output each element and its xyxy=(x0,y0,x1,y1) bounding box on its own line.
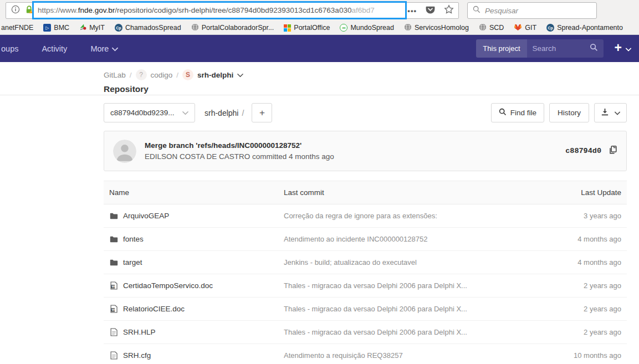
new-dropdown[interactable]: + xyxy=(615,43,631,54)
avatar xyxy=(113,140,136,163)
nav-item-activity[interactable]: Activity xyxy=(30,35,79,62)
file-name-link[interactable]: ArquivoGEAP xyxy=(123,212,169,220)
plus-icon: + xyxy=(615,42,622,54)
page-actions: ••• xyxy=(407,3,454,18)
commit-message-link[interactable]: Thales - migracao da versao Delphi 2006 … xyxy=(284,305,544,313)
folder-icon: W xyxy=(109,258,118,267)
globe-icon xyxy=(479,23,487,33)
nav-item-label: oups xyxy=(1,44,18,53)
bookmark-portaloffice[interactable]: PortalOffice xyxy=(279,21,335,34)
bookmarks-bar: anetFNDE ▷ BMC MyIT Cp ChamadosSpread Po… xyxy=(0,21,639,35)
header-name: Name xyxy=(104,188,284,197)
nav-item-more[interactable]: More xyxy=(79,35,130,62)
browser-search-input[interactable] xyxy=(485,7,591,15)
table-row: W ArquivoGEAP Correção da regra de ignor… xyxy=(104,204,627,228)
chevron-down-icon[interactable] xyxy=(237,71,243,79)
bookmark-label: BMC xyxy=(54,24,69,32)
file-name-link[interactable]: SRH.cfg xyxy=(123,351,151,360)
bookmark-portalcolaborador[interactable]: PortalColaboradorSpr... xyxy=(186,21,279,34)
bookmark-git[interactable]: GIT xyxy=(509,21,541,34)
bookmark-myit[interactable]: MyIT xyxy=(74,21,110,34)
table-row: W SRH.cfg Atendimento a requisição REQ38… xyxy=(104,344,627,364)
bookmark-chamadosspread[interactable]: Cp ChamadosSpread xyxy=(110,21,186,34)
this-project-button[interactable]: This project xyxy=(476,39,526,58)
add-to-tree-button[interactable]: + xyxy=(252,103,272,122)
svg-text:W: W xyxy=(111,285,115,288)
commit-meta: EDILSON COSTA DE CASTRO committed 4 mont… xyxy=(145,152,334,161)
last-update-text: 2 years ago xyxy=(544,328,627,336)
breadcrumb-gitlab-link[interactable]: GitLab xyxy=(104,71,126,79)
file-name-link[interactable]: target xyxy=(123,258,142,266)
bookmark-label: GIT xyxy=(525,24,536,32)
bookmark-label: MyIT xyxy=(89,24,105,32)
bookmark-anetfnde[interactable]: anetFNDE xyxy=(0,21,38,34)
file-icon: W xyxy=(109,351,118,360)
file-tree-table: Name Last commit Last Update W ArquivoGE… xyxy=(104,181,627,364)
bookmark-mundospread[interactable]: ∞ MundoSpread xyxy=(335,21,399,34)
gitlab-navbar: oups Activity More This project + xyxy=(0,35,639,62)
repository-content: c88794d0bd9239... srh-delphi/ + Find fil… xyxy=(104,95,627,364)
bookmark-label: Spread-Apontamento xyxy=(557,24,623,32)
bookmark-label: MundoSpread xyxy=(350,24,394,32)
last-update-text: 4 months ago xyxy=(544,258,627,266)
commit-message-link[interactable]: Atendimento ao incidente INC000000128752 xyxy=(284,235,544,243)
breadcrumb-separator: / xyxy=(176,71,178,79)
bookmark-scd[interactable]: SCD xyxy=(474,21,509,34)
download-icon xyxy=(601,108,609,118)
navbar-right: This project + xyxy=(476,35,631,62)
nav-item-groups[interactable]: oups xyxy=(0,35,30,62)
download-dropdown-button[interactable] xyxy=(594,103,627,122)
site-identity xyxy=(6,5,34,17)
project-avatar: S xyxy=(182,69,193,80)
tree-path-separator: / xyxy=(242,109,244,117)
history-button[interactable]: History xyxy=(549,103,589,122)
chevron-down-icon xyxy=(626,44,631,54)
browser-search-box[interactable] xyxy=(467,2,597,19)
word-document-icon: W xyxy=(109,305,118,314)
bookmark-spread-apontamento[interactable]: Cp Spread-Apontamento xyxy=(541,21,628,34)
info-icon[interactable] xyxy=(11,5,20,16)
commit-message-link[interactable]: Atendimento a requisição REQ38257 xyxy=(284,351,544,360)
pocket-icon[interactable] xyxy=(425,4,436,17)
tree-path-project[interactable]: srh-delphi xyxy=(205,109,238,117)
office-grid-icon xyxy=(284,24,291,32)
url-path: /repositorio/codigo/srh-delphi/tree/c887… xyxy=(115,6,351,14)
bookmark-servicoshomolog[interactable]: ServicosHomolog xyxy=(399,21,474,34)
table-row: W SRH.HLP Thales - migracao da versao De… xyxy=(104,321,627,344)
breadcrumb-project-link[interactable]: srh-delphi xyxy=(197,71,233,79)
copy-to-clipboard-icon[interactable] xyxy=(609,145,617,157)
search-icon xyxy=(499,108,507,117)
file-name-link[interactable]: RelatorioCIEE.doc xyxy=(123,305,185,313)
commit-message-link[interactable]: Jenkins - build; atualizacao do executav… xyxy=(284,258,544,266)
bookmark-bmc[interactable]: ▷ BMC xyxy=(38,21,74,34)
search-icon xyxy=(473,6,480,16)
commit-title-link[interactable]: Merge branch 'refs/heads/INC000000128752… xyxy=(145,141,334,150)
tree-actions: Find file History xyxy=(491,103,627,122)
breadcrumb-group-link[interactable]: codigo xyxy=(151,71,173,79)
navbar-search-input[interactable] xyxy=(533,44,586,53)
file-name-link[interactable]: CertidaoTempoServico.doc xyxy=(123,281,213,290)
page-actions-menu-icon[interactable]: ••• xyxy=(407,7,417,15)
find-file-button[interactable]: Find file xyxy=(491,103,544,122)
commit-message-link[interactable]: Thales - migracao da versao Delphi 2006 … xyxy=(284,281,544,290)
file-name-link[interactable]: SRH.HLP xyxy=(123,328,156,336)
navbar-search-box[interactable] xyxy=(527,39,604,58)
last-update-text: 4 months ago xyxy=(544,235,627,243)
table-row: W target Jenkins - build; atualizacao do… xyxy=(104,251,627,274)
file-icon: W xyxy=(109,328,118,337)
chevron-down-icon xyxy=(112,44,118,53)
url-input[interactable]: https://www.fnde.gov.br/repositorio/codi… xyxy=(32,1,407,19)
table-row: W RelatorioCIEE.doc Thales - migracao da… xyxy=(104,298,627,321)
file-name-link[interactable]: fontes xyxy=(123,235,144,243)
bookmark-label: PortalColaboradorSpr... xyxy=(202,24,274,32)
ref-switcher[interactable]: c88794d0bd9239... xyxy=(104,103,195,122)
commit-message-link[interactable]: Thales - migracao da versao Delphi 2006 … xyxy=(284,328,544,336)
folder-icon: W xyxy=(109,212,118,221)
chevron-down-icon xyxy=(615,109,620,117)
last-update-text: 2 years ago xyxy=(544,281,627,290)
table-row: W fontes Atendimento ao incidente INC000… xyxy=(104,228,627,251)
commit-message-link[interactable]: Correção da regra de ignore para as exte… xyxy=(284,212,544,220)
bookmark-star-icon[interactable] xyxy=(444,4,454,17)
breadcrumb-section: GitLab / ? codigo / S srh-delphi Reposit… xyxy=(0,62,639,95)
tree-controls: c88794d0bd9239... srh-delphi/ + Find fil… xyxy=(104,103,627,122)
